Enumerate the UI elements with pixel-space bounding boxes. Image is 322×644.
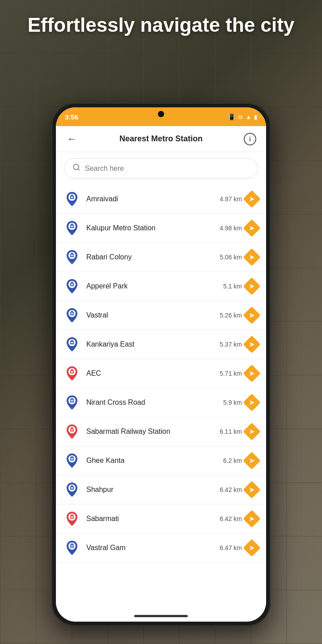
station-icon (64, 249, 80, 265)
navigate-arrow-icon: ➤ (249, 312, 254, 319)
navigate-button[interactable]: ➤ (243, 306, 261, 324)
info-button[interactable]: i (242, 131, 258, 147)
list-item[interactable]: Vastral 5.26 km ➤ (56, 301, 266, 330)
distance-text: 6.47 km (220, 544, 242, 551)
station-name: Amraivadi (86, 195, 220, 203)
hero-title: Effortlessly navigate the city (0, 13, 322, 37)
page-title: Nearest Metro Station (119, 134, 203, 144)
distance-container: 6.2 km ➤ (223, 454, 258, 467)
svg-rect-49 (71, 456, 73, 457)
station-name: AEC (86, 369, 220, 377)
app-header: ← Nearest Metro Station i (56, 126, 266, 152)
navigate-button[interactable]: ➤ (243, 394, 261, 411)
back-arrow-icon: ← (67, 133, 77, 145)
search-icon (72, 163, 80, 174)
navigate-button[interactable]: ➤ (243, 248, 261, 266)
station-name: Vastral (86, 311, 220, 319)
navigate-arrow-icon: ➤ (249, 486, 254, 493)
station-icon (64, 278, 80, 294)
navigate-button[interactable]: ➤ (243, 539, 261, 557)
station-icon (64, 220, 80, 236)
navigate-button[interactable]: ➤ (243, 423, 261, 441)
svg-rect-34 (71, 369, 73, 370)
search-bar[interactable] (64, 158, 258, 178)
station-name: Vastral Gam (86, 544, 220, 552)
distance-container: 4.97 km ➤ (220, 193, 258, 205)
navigate-arrow-icon: ➤ (249, 283, 254, 290)
station-name: Sabarmati Railway Station (86, 428, 220, 436)
distance-text: 5.37 km (220, 341, 242, 348)
distance-text: 6.42 km (220, 486, 242, 493)
navigate-button[interactable]: ➤ (243, 335, 261, 353)
list-item[interactable]: Amraivadi 4.97 km ➤ (56, 185, 266, 214)
list-item[interactable]: Vastral Gam 6.47 km ➤ (56, 534, 266, 563)
distance-container: 5.9 km ➤ (223, 396, 258, 409)
station-icon (64, 336, 80, 352)
navigate-arrow-icon: ➤ (249, 225, 254, 232)
list-item[interactable]: Rabari Colony 5.06 km ➤ (56, 243, 266, 272)
distance-container: 4.98 km ➤ (220, 222, 258, 234)
list-item[interactable]: Ghee Kanta 6.2 km ➤ (56, 446, 266, 475)
back-button[interactable]: ← (64, 131, 80, 147)
distance-text: 4.97 km (220, 195, 242, 203)
svg-rect-14 (71, 253, 73, 254)
distance-container: 5.26 km ➤ (220, 309, 258, 322)
station-icon (64, 540, 80, 556)
navigate-button[interactable]: ➤ (243, 364, 261, 382)
list-item[interactable]: Kankariya East 5.37 km ➤ (56, 330, 266, 359)
svg-rect-44 (71, 427, 73, 428)
navigate-button[interactable]: ➤ (243, 481, 261, 499)
list-item[interactable]: Nirant Cross Road 5.9 km ➤ (56, 388, 266, 417)
navigate-arrow-icon: ➤ (249, 457, 254, 464)
signal-icon: ⊖ (238, 114, 243, 120)
distance-text: 5.71 km (220, 370, 242, 377)
svg-rect-29 (71, 340, 73, 341)
station-icon (64, 191, 80, 207)
svg-line-1 (78, 169, 79, 170)
list-item[interactable]: Shahpur 6.42 km ➤ (56, 475, 266, 504)
svg-rect-24 (71, 311, 73, 312)
status-bar: 3:56 📳 ⊖ ▲ ▮ (56, 107, 266, 126)
distance-text: 5.1 km (223, 283, 242, 290)
navigate-button[interactable]: ➤ (243, 190, 261, 208)
list-item[interactable]: AEC 5.71 km ➤ (56, 359, 266, 388)
distance-text: 4.98 km (220, 225, 242, 232)
navigate-arrow-icon: ➤ (249, 341, 254, 348)
distance-text: 5.9 km (223, 399, 242, 406)
station-icon (64, 307, 80, 323)
distance-container: 6.11 km ➤ (220, 425, 258, 438)
list-item[interactable]: Sabarmati Railway Station 6.11 km ➤ (56, 417, 266, 446)
list-item[interactable]: Sabarmati 6.42 km ➤ (56, 504, 266, 534)
info-icon: i (244, 133, 256, 145)
svg-rect-39 (71, 398, 73, 399)
navigate-arrow-icon: ➤ (249, 428, 254, 435)
distance-container: 5.1 km ➤ (223, 280, 258, 292)
distance-container: 6.47 km ➤ (220, 542, 258, 554)
svg-rect-9 (71, 224, 73, 225)
navigate-button[interactable]: ➤ (243, 452, 261, 470)
station-name: Shahpur (86, 486, 220, 494)
navigate-arrow-icon: ➤ (249, 515, 254, 522)
navigate-button[interactable]: ➤ (243, 510, 261, 528)
navigate-button[interactable]: ➤ (243, 277, 261, 295)
status-icons: 📳 ⊖ ▲ ▮ (228, 114, 257, 120)
station-icon (64, 482, 80, 498)
distance-container: 5.06 km ➤ (220, 251, 258, 263)
station-icon (64, 424, 80, 440)
search-input[interactable] (85, 165, 250, 173)
navigate-button[interactable]: ➤ (243, 219, 261, 237)
station-name: Kankariya East (86, 340, 220, 348)
svg-rect-19 (71, 282, 73, 283)
battery-icon: ▮ (254, 114, 257, 120)
distance-container: 5.37 km ➤ (220, 338, 258, 351)
wifi-icon: ▲ (246, 114, 251, 120)
navigate-arrow-icon: ➤ (249, 399, 254, 406)
vibrate-icon: 📳 (228, 114, 235, 120)
distance-container: 6.42 km ➤ (220, 513, 258, 525)
distance-text: 6.42 km (220, 515, 242, 522)
svg-rect-59 (71, 514, 73, 515)
list-item[interactable]: Kalupur Metro Station 4.98 km ➤ (56, 214, 266, 243)
station-name: Apperel Park (86, 282, 223, 290)
distance-container: 5.71 km ➤ (220, 367, 258, 380)
list-item[interactable]: Apperel Park 5.1 km ➤ (56, 272, 266, 301)
